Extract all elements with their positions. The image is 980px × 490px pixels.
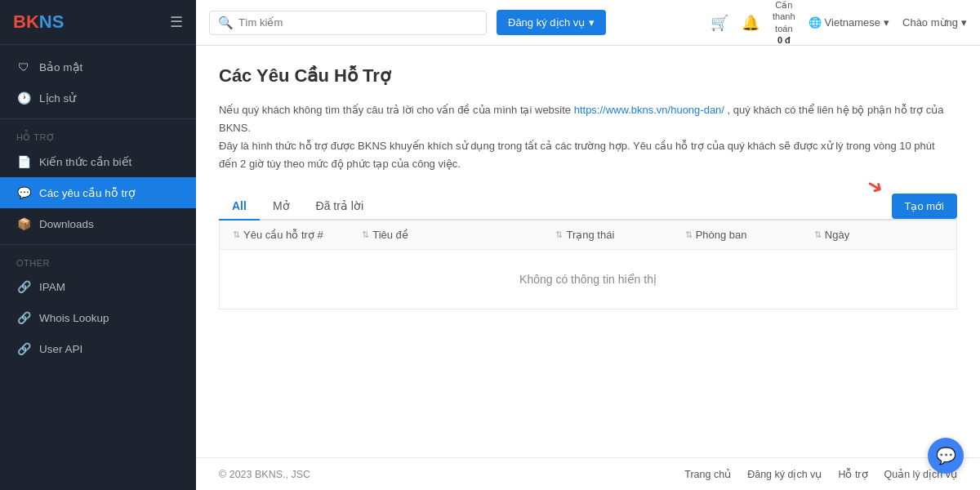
language-selector[interactable]: 🌐 Vietnamese ▾ xyxy=(808,16,889,29)
sidebar-item-kien-thuc[interactable]: 📄 Kiến thức cần biết xyxy=(0,146,196,177)
info-text: Nếu quý khách không tìm thấy câu trả lời… xyxy=(219,101,954,173)
divider-2 xyxy=(0,244,196,245)
link-icon-3: 🔗 xyxy=(16,341,31,356)
globe-icon: 🌐 xyxy=(808,16,822,29)
language-label: Vietnamese xyxy=(825,16,880,29)
sidebar-item-lich-su[interactable]: 🕐 Lịch sử xyxy=(0,82,196,114)
payment-line2: thanh xyxy=(773,11,795,22)
greeting-text: Chào mừng xyxy=(902,16,958,29)
link-icon-2: 🔗 xyxy=(16,310,31,325)
greeting[interactable]: Chào mừng ▾ xyxy=(902,16,967,29)
col-ticket-number[interactable]: ⇅ Yêu cầu hỗ trợ # xyxy=(233,229,362,241)
sidebar-item-label: Whois Lookup xyxy=(39,312,109,324)
footer-link-trang-chu[interactable]: Trang chủ xyxy=(684,468,731,480)
sidebar-item-user-api[interactable]: 🔗 User API xyxy=(0,333,196,364)
sidebar-item-whois[interactable]: 🔗 Whois Lookup xyxy=(0,302,196,333)
sort-icon-2: ⇅ xyxy=(362,229,369,240)
create-new-button[interactable]: Tạo mới xyxy=(892,194,958,219)
active-item-container: 💬 Các yêu cầu hỗ trợ ➜ xyxy=(0,177,196,208)
info-before: Nếu quý khách không tìm thấy câu trả lời… xyxy=(219,104,574,116)
chat-bubble-button[interactable]: 💬 xyxy=(928,438,964,474)
sidebar-item-label: Kiến thức cần biết xyxy=(39,155,131,168)
table-empty-message: Không có thông tin hiển thị xyxy=(219,250,957,310)
link-icon: 🔗 xyxy=(16,279,31,294)
footer-link-ho-tro[interactable]: Hỗ trợ xyxy=(838,468,867,480)
sidebar-item-label: Các yêu cầu hỗ trợ xyxy=(39,186,136,199)
page-title: Các Yêu Cầu Hỗ Trợ xyxy=(219,65,957,87)
sidebar-item-cac-yeu-cau[interactable]: 💬 Các yêu cầu hỗ trợ xyxy=(0,177,196,208)
tab-mo[interactable]: Mở xyxy=(260,193,303,219)
footer-link-dang-ky[interactable]: Đăng ký dịch vụ xyxy=(747,468,822,480)
table-header: ⇅ Yêu cầu hỗ trợ # ⇅ Tiêu đề ⇅ Trạng thá… xyxy=(219,220,957,250)
logo-ns: NS xyxy=(39,11,65,32)
page-content: Các Yêu Cầu Hỗ Trợ Nếu quý khách không t… xyxy=(196,46,980,457)
sort-icon-4: ⇅ xyxy=(685,229,693,240)
sidebar-item-label: Lịch sử xyxy=(39,91,76,105)
sort-icon-3: ⇅ xyxy=(555,229,563,240)
chevron-down-lang: ▾ xyxy=(884,16,889,29)
shield-icon: 🛡 xyxy=(16,60,31,74)
bell-icon[interactable]: 🔔 xyxy=(742,14,760,32)
cart-icon[interactable]: 🛒 xyxy=(710,14,728,32)
download-icon: 📦 xyxy=(16,216,31,231)
col-date[interactable]: ⇅ Ngày xyxy=(814,229,943,241)
chevron-down-icon: ▾ xyxy=(589,16,595,29)
payment-amount: 0 đ xyxy=(777,34,791,46)
col-department[interactable]: ⇅ Phòng ban xyxy=(685,229,814,241)
info-text2: Đây là hình thức hỗ trợ được BKNS khuyến… xyxy=(219,140,935,170)
sidebar-item-label: Bảo mật xyxy=(39,60,82,74)
sidebar-item-label: Downloads xyxy=(39,218,94,230)
history-icon: 🕐 xyxy=(16,91,31,105)
tabs-row: All Mở Đã trả lời Tạo mới xyxy=(219,193,957,220)
sort-icon: ⇅ xyxy=(233,229,240,240)
copyright: © 2023 BKNS., JSC xyxy=(219,469,310,480)
table-area: ⇅ Yêu cầu hỗ trợ # ⇅ Tiêu đề ⇅ Trạng thá… xyxy=(219,220,957,310)
sidebar-logo: BKNS ☰ xyxy=(0,0,196,45)
payment-line1: Cần xyxy=(775,0,792,11)
hamburger-icon[interactable]: ☰ xyxy=(170,13,183,31)
search-box[interactable]: 🔍 xyxy=(209,11,487,35)
section-label-hotro: HỖ TRỢ xyxy=(0,124,196,146)
sidebar-item-bao-mat[interactable]: 🛡 Bảo mật xyxy=(0,51,196,82)
chat-icon: 💬 xyxy=(936,446,956,466)
tab-da-tra-loi[interactable]: Đã trả lời xyxy=(303,193,376,219)
col-title[interactable]: ⇅ Tiêu đề xyxy=(362,229,555,241)
header-icons: 🛒 🔔 Cần thanh toán 0 đ 🌐 Vietnamese ▾ Ch… xyxy=(710,0,967,46)
search-icon: 🔍 xyxy=(218,16,234,30)
payment-line3: toán xyxy=(775,23,792,34)
divider xyxy=(0,118,196,119)
register-service-button[interactable]: Đăng ký dịch vụ ▾ xyxy=(497,10,606,35)
header: 🔍 Đăng ký dịch vụ ▾ 🛒 🔔 Cần thanh toán 0… xyxy=(196,0,980,46)
info-link[interactable]: https://www.bkns.vn/huong-dan/ xyxy=(574,104,724,116)
sidebar-item-label: User API xyxy=(39,343,82,355)
sidebar-item-ipam[interactable]: 🔗 IPAM xyxy=(0,271,196,302)
doc-icon: 📄 xyxy=(16,154,31,169)
logo: BKNS xyxy=(13,11,64,33)
payment-info[interactable]: Cần thanh toán 0 đ xyxy=(773,0,795,46)
footer-links: Trang chủ Đăng ký dịch vụ Hỗ trợ Quản lý… xyxy=(684,468,957,480)
sort-icon-5: ⇅ xyxy=(814,229,822,240)
col-status[interactable]: ⇅ Trạng thái xyxy=(555,229,684,241)
support-icon: 💬 xyxy=(16,185,31,200)
sidebar-item-downloads[interactable]: 📦 Downloads xyxy=(0,208,196,239)
chevron-down-greet: ▾ xyxy=(961,16,967,29)
section-label-other: OTHER xyxy=(0,250,196,271)
search-input[interactable] xyxy=(238,16,478,29)
sidebar-item-label: IPAM xyxy=(39,281,65,293)
register-label: Đăng ký dịch vụ xyxy=(508,16,585,29)
tab-all[interactable]: All xyxy=(219,193,260,219)
footer: © 2023 BKNS., JSC Trang chủ Đăng ký dịch… xyxy=(196,457,980,490)
logo-bk: BK xyxy=(13,11,39,32)
main-content: 🔍 Đăng ký dịch vụ ▾ 🛒 🔔 Cần thanh toán 0… xyxy=(196,0,980,490)
tabs-section: All Mở Đã trả lời Tạo mới ➜ xyxy=(219,193,957,220)
sidebar: BKNS ☰ 🛡 Bảo mật 🕐 Lịch sử HỖ TRỢ 📄 Kiến… xyxy=(0,0,196,490)
